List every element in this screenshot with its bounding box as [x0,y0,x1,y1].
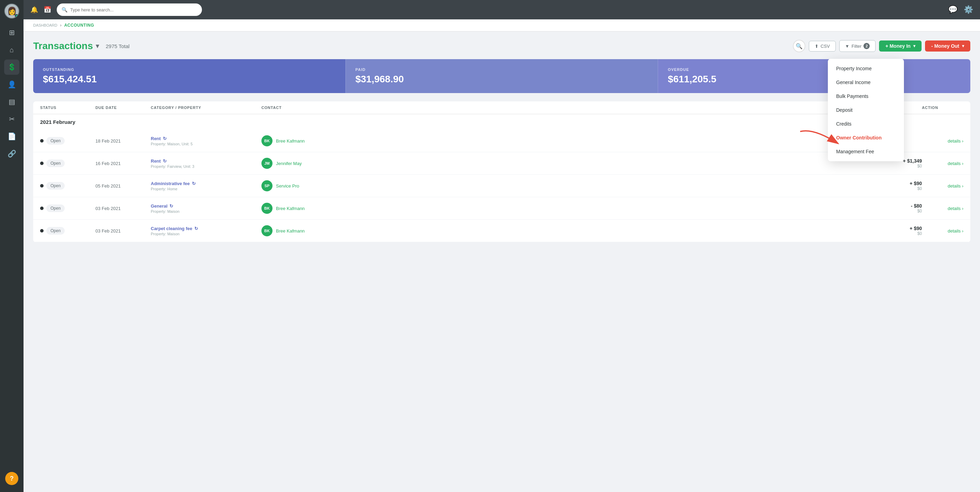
contact-name-2[interactable]: Jennifer May [276,161,302,166]
help-button[interactable]: ? [5,472,18,485]
category-link-4[interactable]: General ↻ [151,204,261,209]
contact-name-4[interactable]: Bree Kafmann [276,206,305,211]
breadcrumb-parent: DASHBOARD [33,23,57,27]
col-status: STATUS [40,105,95,110]
due-date-1: 18 Feb 2021 [95,139,151,143]
outstanding-label: OUTSTANDING [43,67,336,72]
amount-cell-3: + $90 $0 [358,181,922,191]
table-row: Open 03 Feb 2021 General ↻ Property: Mai… [33,197,970,220]
csv-button[interactable]: ⬆ CSV [809,41,836,51]
title-caret-icon[interactable]: ▾ [96,42,99,50]
sidebar-item-accounting[interactable]: 💲 [4,59,19,75]
online-indicator [15,14,18,18]
status-pill-5: Open [46,227,65,234]
contact-avatar-1: BK [261,135,272,146]
action-cell-2: details › [922,160,963,166]
filter-count-badge: 2 [864,43,870,49]
category-link-1[interactable]: Rent ↻ [151,136,261,141]
dropdown-item-general-income[interactable]: General Income [828,75,904,89]
search-toggle-button[interactable]: 🔍 [793,40,805,52]
breadcrumb-current: ACCOUNTING [64,23,94,28]
col-category: CATEGORY / PROPERTY [151,105,261,110]
sidebar-nav: ⊞ ⌂ 💲 👤 ▤ ✂ 📄 🔗 [4,25,19,472]
contact-avatar-2: JM [261,158,272,169]
general-income-label: General Income [836,80,871,85]
contact-name-3[interactable]: Service Pro [276,183,299,189]
amount-sub-5: $0 [358,231,922,236]
status-dot-3 [40,184,44,188]
contact-name-5[interactable]: Bree Kafmann [276,228,305,234]
contact-avatar-3: SP [261,180,272,191]
sidebar-item-home[interactable]: ⌂ [4,42,19,57]
status-pill-3: Open [46,182,65,189]
contact-name-1[interactable]: Bree Kafmann [276,139,305,143]
amount-sub-3: $0 [358,186,922,191]
category-sub-5: Property: Maison [151,232,261,236]
status-dot-4 [40,207,44,210]
dropdown-item-management-fee[interactable]: Management Fee [828,145,904,158]
details-link-2[interactable]: details › [948,161,963,166]
contact-avatar-5: BK [261,225,272,236]
chat-icon[interactable]: 💬 [948,5,958,14]
status-pill-1: Open [46,137,65,145]
dropdown-item-owner-contribution[interactable]: Owner Contribution [828,131,904,145]
category-sub-1: Property: Maison, Unit: 5 [151,142,261,146]
table-row: Open 03 Feb 2021 Carpet cleaning fee ↻ P… [33,220,970,242]
category-link-5[interactable]: Carpet cleaning fee ↻ [151,226,261,231]
contact-cell-2: JM Jennifer May [261,158,358,169]
details-link-3[interactable]: details › [948,183,963,189]
owner-contribution-label: Owner Contribution [836,135,881,140]
col-action: ACTION [922,105,963,110]
money-in-dropdown: Property Income General Income Bulk Paym… [828,59,904,161]
status-cell-5: Open [40,227,95,234]
contact-cell-4: BK Bree Kafmann [261,203,358,214]
details-link-4[interactable]: details › [948,206,963,211]
contact-cell-5: BK Bree Kafmann [261,225,358,236]
overdue-label: OVERDUE [668,67,961,72]
category-cell-4: General ↻ Property: Maison [151,204,261,213]
paid-label: PAID [355,67,648,72]
details-link-1[interactable]: details › [948,139,963,143]
settings-icon[interactable]: ⚙️ [964,5,973,14]
topbar-right: 💬 ⚙️ [948,5,973,14]
sidebar-bottom: ? [5,472,18,489]
dropdown-item-credits[interactable]: Credits [828,117,904,131]
sidebar-item-reports[interactable]: ▤ [4,94,19,109]
money-out-button[interactable]: - Money Out ▾ [925,40,970,51]
refresh-icon-5: ↻ [194,226,198,231]
col-due-date: DUE DATE [95,105,151,110]
money-in-button[interactable]: + Money In ▾ [879,40,921,51]
refresh-icon-2: ↻ [163,158,167,164]
bell-icon[interactable]: 🔔 [30,6,38,13]
filter-button[interactable]: ▼ Filter 2 [839,40,876,52]
money-out-label: - Money Out [931,43,959,49]
calendar-icon[interactable]: 📅 [44,6,51,13]
category-link-2[interactable]: Rent ↻ [151,158,261,164]
sidebar-item-documents[interactable]: 📄 [4,129,19,144]
action-cell-4: details › [922,205,963,212]
sidebar-item-links[interactable]: 🔗 [4,146,19,161]
refresh-icon-4: ↻ [169,204,173,209]
topbar-icons: 🔔 📅 [30,6,51,13]
dropdown-item-deposit[interactable]: Deposit [828,103,904,117]
search-input[interactable] [70,7,197,13]
money-out-caret-icon: ▾ [962,44,964,48]
due-date-2: 16 Feb 2021 [95,161,151,166]
avatar[interactable]: 👩 [4,3,19,19]
sidebar-item-contacts[interactable]: 👤 [4,77,19,92]
credits-label: Credits [836,121,851,127]
table-row: Open 05 Feb 2021 Administrative fee ↻ Pr… [33,175,970,197]
sidebar: 👩 ⊞ ⌂ 💲 👤 ▤ ✂ 📄 🔗 ? [0,0,24,492]
paid-value: $31,968.90 [355,74,648,85]
details-link-5[interactable]: details › [948,228,963,234]
header-actions: 🔍 ⬆ CSV ▼ Filter 2 + Money In ▾ [793,40,970,52]
status-cell-3: Open [40,182,95,189]
category-link-3[interactable]: Administrative fee ↻ [151,181,261,186]
sidebar-item-grid[interactable]: ⊞ [4,25,19,40]
category-sub-3: Property: Home [151,187,261,191]
dropdown-item-property-income[interactable]: Property Income [828,62,904,75]
action-cell-3: details › [922,183,963,189]
dropdown-item-bulk-payments[interactable]: Bulk Payments [828,89,904,103]
sidebar-item-maintenance[interactable]: ✂ [4,111,19,127]
category-cell-3: Administrative fee ↻ Property: Home [151,181,261,191]
